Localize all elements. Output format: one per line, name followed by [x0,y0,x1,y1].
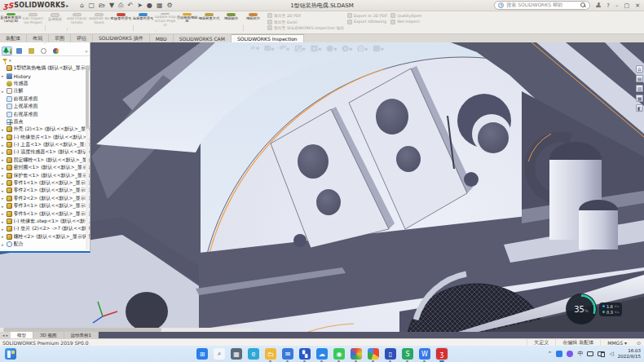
feature-tree-item[interactable]: ▸ History [0,72,90,79]
ribbon-button[interactable]: 选择零件序号 [132,11,154,33]
task-pane-tab-icon[interactable]: ▦ [636,95,643,102]
ribbon-button[interactable]: 新建模板 [44,11,66,33]
qat-icon[interactable]: ● [147,2,152,9]
feature-tree-item[interactable]: ▸ 零件5<1> (默认<<默认>_显示状态 [0,210,90,217]
export-menu-item[interactable]: 导出至 SOLIDWORKS Inspection 项目 [267,25,344,30]
export-menu-item[interactable]: Net-Inspect [390,20,421,24]
filter-dropdown-arrow[interactable]: ▾ [9,58,11,63]
view-tab[interactable]: 3D 视图 [33,332,64,338]
feature-tree-item[interactable]: ▸ 原点 [0,118,90,126]
headsup-icon[interactable]: ▣ ▾ [311,44,321,52]
feature-tree-item[interactable]: ▸ 上视基准面 [0,103,90,110]
taskbar-icon[interactable]: ⊞ [196,348,208,360]
solidworks-logo[interactable]: ʒS SOLIDWORKS ▸ [0,2,72,10]
headsup-icon[interactable]: ◍ ▾ [327,44,337,52]
touch-keyboard-icon[interactable] [587,351,593,356]
feature-tree-item[interactable]: ▸ 固定螺栓<1> (默认<<默认>_显示 [0,157,90,164]
task-pane-tab-icon[interactable]: ▤ [636,75,643,82]
command-tab[interactable]: 布局 [27,34,49,42]
ribbon-button[interactable]: Update Inspection Project [154,11,176,33]
view-tab[interactable]: 运动算例1 [64,332,99,338]
ribbon-button[interactable]: 编辑买方 [242,11,264,33]
volume-icon[interactable]: ◁ [609,351,613,357]
qat-icon[interactable]: ↶ [128,2,134,9]
task-pane-tab-icon[interactable]: ⌂ [636,65,643,73]
tree-scrollbar-thumb[interactable] [86,65,89,129]
headsup-icon[interactable]: ⊞ ▾ [264,44,274,52]
graphics-viewport[interactable]: ⌕ ▾⊞ ▾↶ ▾◪ ▾▣ ▾◍ ▾◉ ▾● ▾▤ ▾ ⌂▤▥▦◧ 35% 1.… [0,42,644,332]
qat-icon[interactable]: 🗁 [99,2,105,9]
headsup-icon[interactable]: ↶ ▾ [280,44,289,52]
feature-tree-item[interactable]: ▸ 配合 [0,241,90,248]
display-manager-tab[interactable] [51,46,61,55]
ime-indicator[interactable]: 中 [577,350,583,358]
taskbar-icon[interactable]: ⌕ [214,348,225,360]
feature-tree-item[interactable]: ▸ 保护套<1> (默认<<默认>_显示状 [0,171,90,179]
taskbar-icon[interactable]: ▯ [385,348,396,360]
headsup-icon[interactable]: ⌕ ▾ [251,43,258,52]
command-tab[interactable]: MBD [150,34,174,42]
feature-tree-item[interactable]: ▸ 右视基准面 [0,110,90,117]
view-tab[interactable]: 模型 [11,332,33,338]
help-search-box[interactable]: ? 搜索 SOLIDWORKS 帮助 [494,1,590,10]
taskbar-icon[interactable]: W [419,348,430,360]
tray-chevron-icon[interactable]: ⌃ [548,351,553,357]
feature-manager-tab[interactable]: 🌲 [2,46,12,55]
feature-tree-item[interactable]: ▸ 1型铠装热电偶 (默认<默认_显示状态-1 [0,64,90,72]
performance-badge[interactable]: 35% 1.6K/s 0.3K/s [566,294,622,324]
tab-scroll-left-icon[interactable]: ◂ [2,333,5,338]
feature-tree-item[interactable]: ▸ 前视基准面 [0,95,90,103]
headsup-icon[interactable]: ▤ ▾ [373,44,384,52]
command-tab[interactable]: SOLIDWORKS CAM [174,34,232,42]
command-tab[interactable]: 评估 [71,34,93,42]
configuration-manager-tab[interactable] [26,46,37,55]
feature-tree-item[interactable]: ▸ 零件3<1> (默认<<默认>_显示状态 [0,202,90,210]
status-item[interactable]: MMGS ▾ [600,340,633,346]
viewport-h-scrollbar-thumb[interactable] [3,328,161,332]
feature-tree-item[interactable]: ▸ 零件1<1> (默认<<默认>_显示状态 [0,179,90,187]
taskbar-icon[interactable]: ✉ [282,348,293,360]
export-menu-item[interactable]: Export to 3D PDF [347,13,387,18]
logo-flyout-arrow[interactable]: ▸ [66,2,68,8]
task-pane-tab-icon[interactable]: ◧ [636,104,643,112]
qat-icon[interactable]: ▼ [109,2,114,9]
status-help-icon[interactable]: ⊙ [633,340,644,346]
export-menu-item[interactable]: QualityXpert [390,13,421,18]
headsup-icon[interactable]: ● ▾ [358,44,368,52]
tree-filter-bar[interactable]: ▾ [0,56,90,64]
help-button[interactable]: ? [607,2,610,9]
taskbar-icon[interactable]: ☁ [316,348,328,360]
minimize-button[interactable]: – [615,2,619,9]
feature-tree-item[interactable]: ▸ 零件2<2> (默认<<默认>_显示状态 [0,195,90,202]
tree-scrollbar[interactable] [86,65,89,249]
tab-scroll-right-icon[interactable]: ▸ [7,333,9,338]
ribbon-button[interactable]: 移除零件序号 [110,11,132,33]
search-icon[interactable] [580,2,586,8]
qat-icon[interactable]: ⎙ [118,2,123,10]
qat-icon[interactable]: ⌂ [80,2,84,9]
feature-tree-item[interactable]: ▸ (-) 绝缘垫片<1> (默认<<默认>_显 [0,134,90,141]
taskbar-icon[interactable]: 🗀 [265,348,276,360]
export-menu-item[interactable]: 导出至 Excel [267,20,344,24]
feature-tree-item[interactable]: ▸ (-) 上盖<1> (默认<<默认>_显示状 [0,141,90,148]
taskbar-clock[interactable]: 16:03 2022/8/15 [618,348,641,359]
taskbar-icon[interactable]: ▚ [299,348,311,360]
qat-icon[interactable]: ➤ [137,2,143,9]
ribbon-button[interactable]: Add/Edit Balloons [88,11,110,33]
export-menu-item[interactable]: 导出至 2D PDF [267,13,344,18]
restore-button[interactable]: ▢ [624,2,630,9]
command-tab[interactable]: SOLIDWORKS 插件 [93,34,150,42]
headsup-icon[interactable]: ◪ ▾ [294,44,305,52]
command-tab[interactable]: 草图 [49,34,71,42]
qat-icon[interactable]: ⚙ [166,2,172,9]
feature-tree-item[interactable]: ▸ (-) 绝缘套.step<1> (默认<<默认> [0,218,90,225]
cast-screen-icon[interactable] [598,351,605,356]
viewport-h-scrollbar[interactable] [0,328,253,332]
login-user-icon[interactable] [595,2,602,9]
ribbon-button[interactable]: 启动模板编辑器 [176,11,198,33]
property-manager-tab[interactable] [14,46,24,55]
taskbar-icon[interactable]: e [248,348,259,360]
feature-tree-item[interactable]: ▸ 注解 [0,87,90,95]
feature-tree-item[interactable]: ▸ 密封圈<1> (默认<<默认>_显示状 [0,164,90,171]
ribbon-button[interactable]: Edit Inspection Project [22,11,44,33]
